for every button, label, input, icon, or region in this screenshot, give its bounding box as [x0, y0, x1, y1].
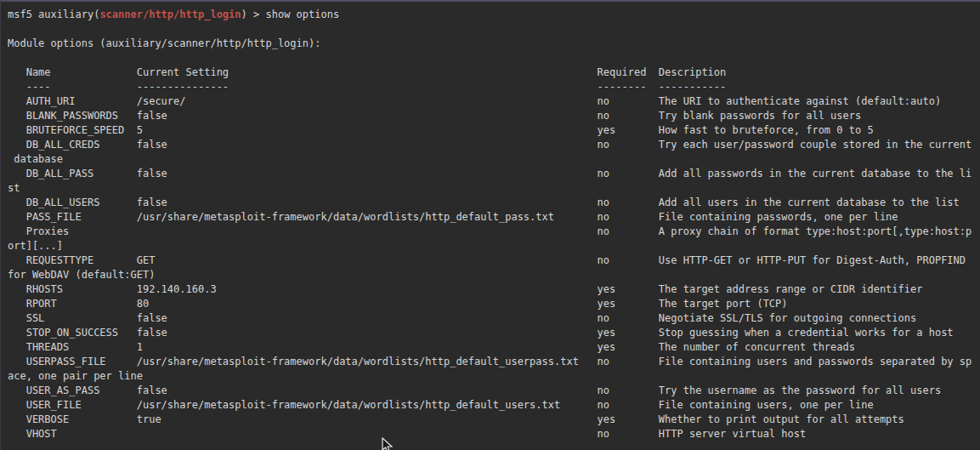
options-table: Name Current Setting Required Descriptio… [8, 66, 980, 441]
table-row: DB_ALL_USERS false no Add all users in t… [8, 196, 980, 210]
prompt-prefix: msf5 auxiliary( [8, 9, 99, 20]
table-row: THREADS 1 yes The number of concurrent t… [8, 340, 980, 355]
typed-command: show options [265, 9, 339, 20]
table-row: Proxies no A proxy chain of format type:… [8, 225, 980, 239]
table-row: USER_FILE /usr/share/metasploit-framewor… [8, 398, 980, 413]
blank-line [8, 51, 980, 66]
table-row-wrap: ort][...] [8, 239, 980, 253]
table-row: STOP_ON_SUCCESS false yes Stop guessing … [8, 326, 980, 340]
prompt-line: msf5 auxiliary(scanner/http/http_login) … [8, 8, 980, 22]
table-row: VERBOSE true yes Whether to print output… [8, 413, 980, 427]
table-row-wrap: st [8, 181, 980, 196]
table-row-wrap: ace, one pair per line [8, 369, 980, 384]
table-row: AUTH_URI /secure/ no The URI to authenti… [8, 94, 980, 109]
module-path: scanner/http/http_login [99, 9, 241, 20]
table-row: BLANK_PASSWORDS false no Try blank passw… [8, 109, 980, 123]
table-row: USER_AS_PASS false no Try the username a… [8, 384, 980, 398]
terminal-window[interactable]: msf5 auxiliary(scanner/http/http_login) … [0, 0, 980, 450]
table-header-underline: ---- --------------- -------- ----------… [8, 80, 980, 94]
table-row: REQUESTTYPE GET no Use HTTP-GET or HTTP-… [8, 253, 980, 268]
table-row: VHOST no HTTP server virtual host [8, 427, 980, 441]
table-row: PASS_FILE /usr/share/metasploit-framewor… [8, 210, 980, 225]
table-header: Name Current Setting Required Descriptio… [8, 66, 980, 80]
table-row: DB_ALL_PASS false no Add all passwords i… [8, 167, 980, 181]
table-row-wrap: database [8, 152, 980, 167]
table-row: DB_ALL_CREDS false no Try each user/pass… [8, 138, 980, 152]
blank-line [8, 22, 980, 37]
table-row-wrap: for WebDAV (default:GET) [8, 268, 980, 282]
module-options-title: Module options (auxiliary/scanner/http/h… [8, 37, 980, 51]
table-row: USERPASS_FILE /usr/share/metasploit-fram… [8, 355, 980, 369]
table-row: BRUTEFORCE_SPEED 5 yes How fast to brute… [8, 123, 980, 138]
table-row: RHOSTS 192.140.160.3 yes The target addr… [8, 282, 980, 297]
prompt-suffix: ) > [241, 9, 266, 20]
table-row: SSL false no Negotiate SSL/TLS for outgo… [8, 311, 980, 326]
table-row: RPORT 80 yes The target port (TCP) [8, 297, 980, 311]
